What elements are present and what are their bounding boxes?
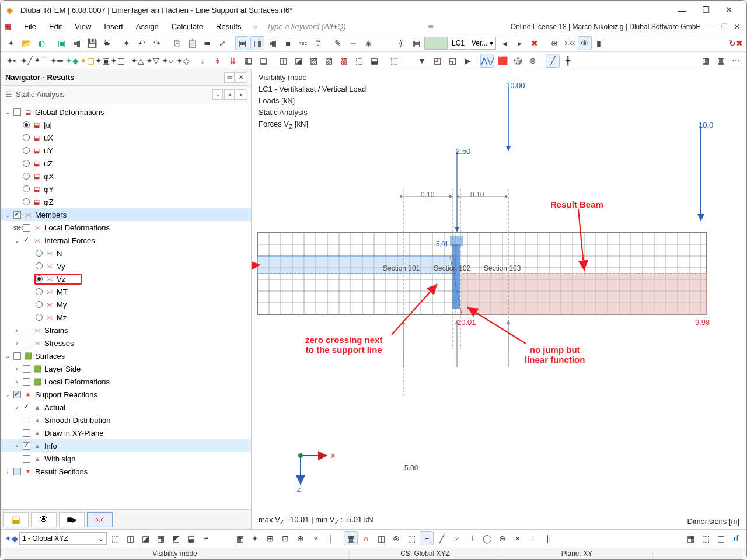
set-icon[interactable]: ✦◫	[110, 54, 124, 68]
menu-view[interactable]: View	[69, 21, 97, 32]
menu-edit[interactable]: Edit	[43, 21, 68, 32]
tree-ux[interactable]: uX	[44, 134, 53, 142]
render-icon[interactable]: 🎲	[511, 54, 525, 68]
nav-tab-video-icon[interactable]: ■▸	[59, 512, 85, 527]
tree-smooth[interactable]: Smooth Distribution	[44, 416, 110, 425]
nav-tab-data-icon[interactable]: ⬓	[3, 512, 29, 527]
osnap13-icon[interactable]: ⟂	[526, 531, 540, 545]
res1-icon[interactable]: ◫	[276, 54, 290, 68]
clip2-icon[interactable]: ◱	[445, 54, 459, 68]
tree-internal-forces[interactable]: Internal Forces	[44, 236, 95, 245]
lc-nav1-icon[interactable]: ⟪	[394, 36, 408, 50]
tree-drawxy[interactable]: Draw in XY-Plane	[44, 429, 103, 438]
tree-vz[interactable]: Vz	[57, 275, 65, 284]
results-tree[interactable]: ⌄⬓Global Deformations ⬓|u| ⬓uX ⬓uY ⬓uZ ⬓…	[1, 103, 251, 509]
text-icon[interactable]: x.xx	[563, 36, 577, 50]
osnap5-icon[interactable]: ⬚	[404, 531, 418, 545]
view1-icon[interactable]: ⬚	[387, 54, 401, 68]
table2-icon[interactable]: ▥	[250, 36, 264, 50]
paste-icon[interactable]: 📋	[185, 36, 199, 50]
tree-phiz[interactable]: φZ	[44, 198, 53, 206]
props-icon[interactable]: ≣	[200, 36, 214, 50]
surface-icon[interactable]: ✦◆	[65, 54, 79, 68]
lc-code-combo[interactable]: LC1	[449, 37, 467, 50]
perspective-icon[interactable]: ▦	[699, 54, 713, 68]
lc-next-icon[interactable]: ▸	[512, 36, 526, 50]
bt3-icon[interactable]: ◪	[138, 531, 152, 545]
mdi-close[interactable]: ✕	[731, 23, 743, 31]
redo-icon[interactable]: ↷	[150, 36, 164, 50]
box-icon[interactable]: ◫	[714, 531, 728, 545]
copy-icon[interactable]: ⎘	[170, 36, 184, 50]
close-button[interactable]: ✕	[717, 5, 741, 15]
bt2-icon[interactable]: ◫	[123, 531, 137, 545]
table1-icon[interactable]: ▤	[235, 36, 249, 50]
tree-surfaces[interactable]: Surfaces	[35, 352, 65, 360]
axis2-icon[interactable]: ╋	[561, 54, 575, 68]
snap4-icon[interactable]: ⊡	[278, 531, 292, 545]
new-section-icon[interactable]: ✦	[120, 36, 134, 50]
cs-icon[interactable]: ✦◆	[4, 531, 18, 545]
res2-icon[interactable]: ◪	[291, 54, 305, 68]
tree-local-def2[interactable]: Local Deformations	[44, 377, 110, 386]
load3-icon[interactable]: ⇊	[226, 54, 240, 68]
analysis-type-label[interactable]: Static Analysis	[16, 90, 65, 99]
solid-icon[interactable]: ✦▣	[95, 54, 109, 68]
load2-icon[interactable]: ↡	[211, 54, 225, 68]
res7-icon[interactable]: ⬓	[367, 54, 381, 68]
load1-icon[interactable]: ↓	[196, 54, 210, 68]
osnap8-icon[interactable]: ⟋	[450, 531, 464, 545]
script-icon[interactable]: >sc	[296, 36, 310, 50]
cs-combo[interactable]: 1 - Global XYZ ⌄	[19, 532, 107, 545]
tree-support-reactions[interactable]: Support Reactions	[35, 390, 97, 399]
osnap3-icon[interactable]: ◫	[374, 531, 388, 545]
panel-icon[interactable]: ▣	[281, 36, 295, 50]
hinge-icon[interactable]: ✦○	[160, 54, 174, 68]
lc-icon[interactable]: ▦	[409, 36, 423, 50]
res4-icon[interactable]: ▧	[322, 54, 336, 68]
scale-icon[interactable]: ⊛	[526, 54, 540, 68]
vis-icon[interactable]: ◧	[593, 36, 607, 50]
table3-icon[interactable]: ▦	[266, 36, 280, 50]
doc-icon[interactable]: 🗎	[311, 36, 325, 50]
mdi-minimize[interactable]: —	[706, 23, 717, 31]
dim-icon[interactable]: ↔	[346, 36, 360, 50]
analysis-prev-icon[interactable]: ◂	[224, 89, 235, 100]
osnap14-icon[interactable]: ∥	[541, 531, 555, 545]
osnap2-icon[interactable]: ∩	[359, 531, 373, 545]
osnap9-icon[interactable]: ⊥	[465, 531, 479, 545]
rf-icon[interactable]: rf	[729, 531, 743, 545]
snap6-icon[interactable]: ⌖	[309, 531, 323, 545]
tree-stresses[interactable]: Stresses	[44, 339, 74, 348]
member-icon[interactable]: ✦═	[50, 54, 64, 68]
snap1-icon[interactable]: ▦	[233, 531, 247, 545]
layer-icon[interactable]: ⬚	[699, 531, 713, 545]
line-icon[interactable]: ✦╱	[19, 54, 33, 68]
tree-uz[interactable]: uZ	[44, 159, 53, 168]
tree-withsign[interactable]: With sign	[44, 454, 75, 463]
bt4-icon[interactable]: ▦	[153, 531, 167, 545]
snap5-icon[interactable]: ⊕	[294, 531, 308, 545]
tree-mt[interactable]: MT	[57, 288, 68, 296]
tree-n[interactable]: N	[57, 249, 62, 258]
osnap10-icon[interactable]: ◯	[480, 531, 494, 545]
res6-icon[interactable]: ⬚	[352, 54, 366, 68]
tree-u[interactable]: |u|	[44, 121, 52, 130]
save-icon[interactable]: 💾	[85, 36, 99, 50]
eye-icon[interactable]: 👁	[578, 36, 592, 50]
grid-icon[interactable]: ▦	[69, 36, 83, 50]
maximize-button[interactable]: ☐	[694, 5, 717, 15]
support-line-icon[interactable]: ✦▽	[145, 54, 159, 68]
menu-results[interactable]: Results	[210, 21, 247, 32]
nav-tab-results-icon[interactable]: ⩙	[87, 512, 113, 527]
filter-icon[interactable]: ▼	[415, 54, 429, 68]
tree-members[interactable]: Members	[35, 211, 67, 219]
lc-del-icon[interactable]: ✖	[528, 36, 542, 50]
tree-layer-side[interactable]: Layer Side	[44, 365, 81, 373]
tree-phiy[interactable]: φY	[44, 185, 54, 194]
load5-icon[interactable]: ▤	[256, 54, 270, 68]
tree-result-sections[interactable]: Result Sections	[35, 467, 88, 476]
lc-prev-icon[interactable]: ◂	[497, 36, 511, 50]
res5-icon[interactable]: ▩	[337, 54, 351, 68]
undo-icon[interactable]: ↶	[135, 36, 149, 50]
